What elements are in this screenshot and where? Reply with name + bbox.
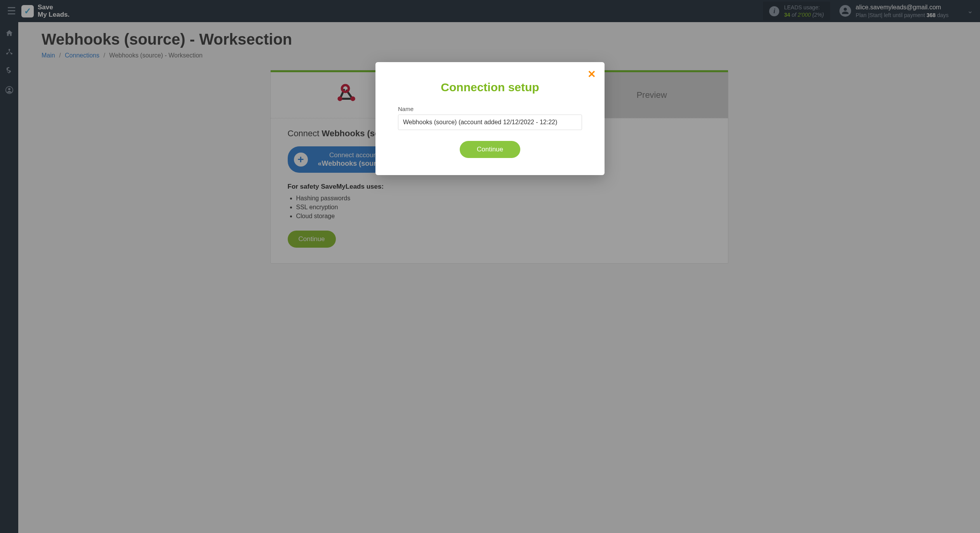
name-label: Name (398, 106, 582, 112)
modal-overlay[interactable]: ✕ Connection setup Name Continue (0, 0, 980, 533)
connection-setup-modal: ✕ Connection setup Name Continue (375, 62, 605, 175)
name-input[interactable] (398, 115, 582, 130)
modal-actions: Continue (398, 141, 582, 158)
modal-continue-button[interactable]: Continue (460, 141, 520, 158)
close-icon[interactable]: ✕ (587, 68, 596, 80)
modal-title: Connection setup (398, 81, 582, 94)
